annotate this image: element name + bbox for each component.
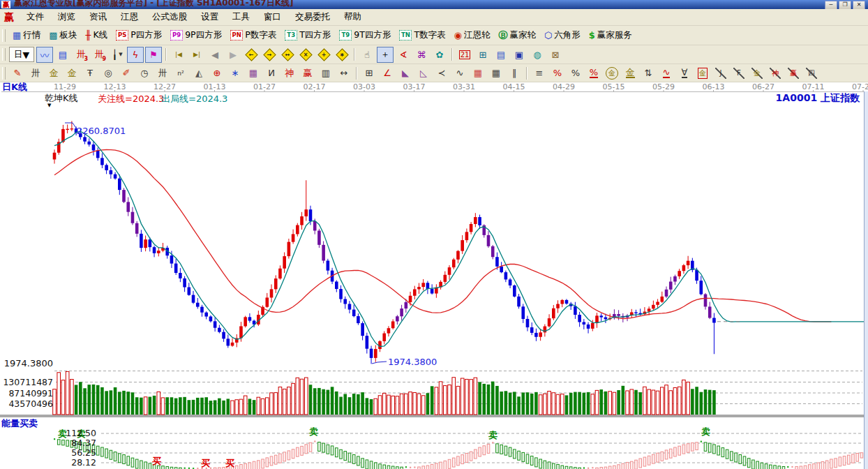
span-arrows-tool[interactable]: ↔ xyxy=(336,65,352,81)
f-comb-tool[interactable]: Ŧ xyxy=(82,65,98,81)
price-scale-tool[interactable]: ≡ xyxy=(531,65,548,81)
red-target-tool[interactable]: ⊕ xyxy=(209,65,225,81)
clock-cycle-tool[interactable]: ◷ xyxy=(136,65,153,81)
t-number-table-button[interactable]: TNT数字表 xyxy=(395,29,449,41)
trend-shape-button[interactable]: 〰 xyxy=(36,47,53,63)
updown-pen-tool[interactable]: ⇅ xyxy=(640,65,657,81)
gold-slash-tool[interactable]: 金 xyxy=(749,65,765,81)
win-grid-tool[interactable]: 赢 xyxy=(299,65,316,81)
notes-button[interactable]: ▤ xyxy=(493,47,509,63)
ruler-grid-tool[interactable]: ▥ xyxy=(317,65,334,81)
kline-edit-button[interactable]: ϟ xyxy=(127,47,144,63)
toolbar-grip[interactable] xyxy=(2,67,6,80)
last-page-button[interactable]: ▶| xyxy=(188,47,205,63)
menu-item[interactable]: 文件 xyxy=(20,10,51,24)
calendar-button[interactable]: 21 xyxy=(456,47,473,63)
wave-line-tool[interactable]: ∿ xyxy=(658,65,675,81)
percent-triangle-tool[interactable]: % xyxy=(549,65,566,81)
fan-purple-tool[interactable]: ◣ xyxy=(397,65,414,81)
toolbar-grip[interactable] xyxy=(2,48,6,61)
menu-item[interactable]: 江恩 xyxy=(114,10,145,24)
comb2-tool[interactable]: 卅 xyxy=(154,65,171,81)
brush-tool[interactable]: ✐ xyxy=(118,65,135,81)
calculator-button[interactable]: ⊞ xyxy=(474,47,491,63)
menu-item[interactable]: 浏览 xyxy=(51,10,82,24)
menu-item[interactable]: 资讯 xyxy=(82,10,114,24)
menu-item[interactable]: 设置 xyxy=(194,10,225,24)
flower-tool-button[interactable]: ✿ xyxy=(431,47,448,63)
star-grid-tool[interactable]: ∗ xyxy=(227,65,244,81)
grid-dark-tool[interactable]: ▦ xyxy=(488,65,504,81)
kline-button[interactable]: ╫K线 xyxy=(82,29,112,41)
f-slash-tool[interactable]: F xyxy=(731,65,747,81)
parallel-lines-tool[interactable]: ∥ xyxy=(506,65,523,81)
percent-line-tool[interactable]: % xyxy=(585,65,602,81)
chevron-down-icon[interactable]: ▼ xyxy=(47,103,51,109)
menu-item[interactable]: 窗口 xyxy=(257,10,288,24)
toolbar-grip[interactable] xyxy=(2,29,6,42)
angle-tool-button[interactable]: ∢ xyxy=(395,47,412,63)
gold-circle-tool[interactable]: 金 xyxy=(604,65,620,81)
hand-tool-button[interactable]: ☝ xyxy=(359,47,375,63)
kline-chart-canvas[interactable]: 11-2912-1312-2701-1301-2702-1703-0303-17… xyxy=(0,82,868,469)
percent-tool[interactable]: % xyxy=(567,65,584,81)
gann-wheel-button[interactable]: ◉江恩轮 xyxy=(450,29,495,41)
diamond-expand-button[interactable]: ↔ xyxy=(279,47,296,63)
9p-square-button[interactable]: P99P四方形 xyxy=(166,29,226,41)
pulse-tool[interactable]: И xyxy=(263,65,280,81)
crosshair-tool-button[interactable]: ＋ xyxy=(377,47,394,63)
hexagon-button[interactable]: ⬡六角形 xyxy=(540,29,585,41)
gold-box-tool[interactable]: 金 xyxy=(694,65,711,81)
winner-service-button[interactable]: $赢家服务 xyxy=(585,29,636,41)
prev-page-button[interactable]: ◀ xyxy=(207,47,223,63)
shen-grid-tool[interactable]: 神 xyxy=(281,65,298,81)
p-number-table-button[interactable]: PNP数字表 xyxy=(226,29,280,41)
bars-3-button[interactable]: 卅3 xyxy=(73,47,89,63)
shen-slash-tool[interactable]: 神 xyxy=(767,65,784,81)
mirror-angle-tool[interactable]: ◭ xyxy=(190,65,207,81)
p-square-button[interactable]: PSP四方形 xyxy=(112,29,166,41)
gold-comb-tool[interactable]: 金 xyxy=(45,65,62,81)
winner-wheel-button[interactable]: Ⓑ赢家轮 xyxy=(494,29,540,42)
info-panel-button[interactable]: ▤ xyxy=(54,47,71,63)
diamond-left-button[interactable]: ← xyxy=(243,47,260,63)
gold-line-tool[interactable]: 金 xyxy=(622,65,638,81)
diamond-plus-button[interactable]: + xyxy=(315,47,332,63)
volume-flag-button[interactable]: ⚑ xyxy=(145,47,162,63)
menu-item[interactable]: 帮助 xyxy=(337,10,368,24)
title-bar[interactable]: 赢 赢家江恩专业版[赢家内部服务平台] - [上证指数 SH1A0001-167… xyxy=(0,0,868,9)
quotes-button[interactable]: ▦行情 xyxy=(8,29,45,41)
grid-red-tool[interactable]: ▦ xyxy=(470,65,486,81)
next-page-button[interactable]: ▶ xyxy=(225,47,241,63)
wave-tool[interactable]: ∿ xyxy=(451,65,468,81)
fan-red-tool[interactable]: ∠ xyxy=(379,65,396,81)
menu-item[interactable]: 公式选股 xyxy=(145,10,194,24)
web-update-button[interactable]: ◍ xyxy=(529,47,546,63)
send-order-button[interactable]: ⊠ xyxy=(547,47,564,63)
win-slash-tool[interactable]: 赢 xyxy=(785,65,802,81)
t-square-button[interactable]: T3T四方形 xyxy=(280,29,335,41)
spiral-tool[interactable]: ◎ xyxy=(100,65,117,81)
j-slash-tool[interactable]: J xyxy=(712,65,729,81)
minimize-button[interactable]: ─ xyxy=(825,1,837,9)
v-line-tool[interactable]: ∀ xyxy=(676,65,693,81)
sectors-button[interactable]: ▩板块 xyxy=(45,29,81,41)
save-button[interactable]: ▣ xyxy=(511,47,527,63)
fan-purple2-tool[interactable]: ◺ xyxy=(415,65,432,81)
9t-square-button[interactable]: T99T四方形 xyxy=(335,29,395,41)
pen-tool[interactable]: ✎ xyxy=(9,65,26,81)
first-page-button[interactable]: |◀ xyxy=(170,47,187,63)
menu-item[interactable]: 工具 xyxy=(225,10,257,24)
box-scale-tool[interactable]: ⊞ xyxy=(361,65,377,81)
gold-comb2-tool[interactable]: 金 xyxy=(63,65,80,81)
candle-style-button[interactable]: ╽▼ xyxy=(109,47,126,63)
close-button[interactable]: ✕ xyxy=(853,1,865,9)
bars-9-button[interactable]: 卅9 xyxy=(91,47,107,63)
diamond-move-button[interactable]: ∗ xyxy=(334,47,350,63)
maximize-button[interactable]: ❐ xyxy=(839,1,851,9)
menu-item[interactable]: 交易委托 xyxy=(288,10,337,24)
four-slash-tool[interactable]: 四 xyxy=(803,65,820,81)
knot-tool-button[interactable]: ⌘ xyxy=(413,47,430,63)
diamond-cross-button[interactable]: × xyxy=(297,47,314,63)
period-day-button[interactable]: 日▼ xyxy=(9,47,34,62)
